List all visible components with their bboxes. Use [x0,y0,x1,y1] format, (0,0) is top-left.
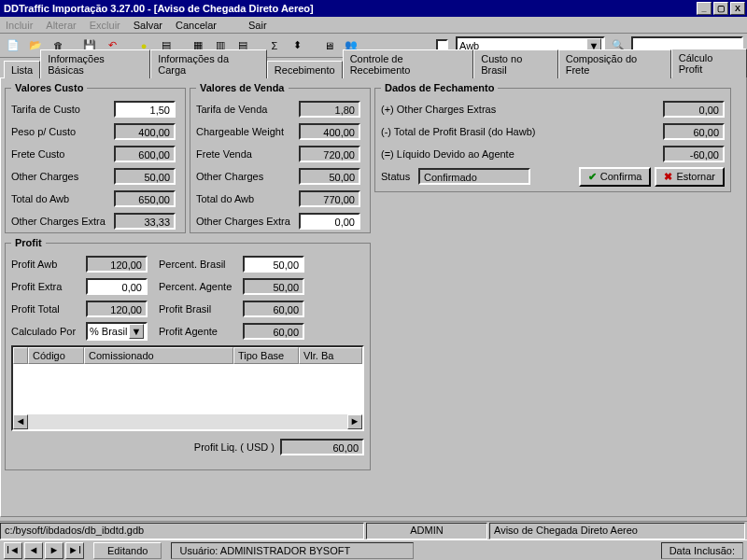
group-profit: Profit Profit Awb120,00 Percent. Brasil5… [5,237,371,470]
menu-sair[interactable]: Sair [248,20,267,31]
val-other-custo: 50,00 [114,168,176,185]
tab-info-carga[interactable]: Informações da Carga [150,49,267,78]
scroll-left-icon[interactable]: ◄ [13,414,28,429]
lbl-fech-3: (=) Líquido Devido ao Agente [381,148,605,160]
val-profit-total: 120,00 [86,301,148,317]
tool-rate-icon[interactable]: ⬍ [288,36,306,55]
lbl-perc-agente: Percent. Agente [159,281,243,292]
lbl-other-custo: Other Charges [11,171,114,182]
col-comissionado[interactable]: Comissionado [84,347,233,364]
menu-salvar[interactable]: Salvar [134,20,162,31]
lbl-profit-liq: Profit Liq. ( USD ) [194,441,275,453]
val-perc-brasil[interactable]: 50,00 [243,256,304,273]
val-other-venda: 50,00 [299,168,360,185]
lbl-profit-total: Profit Total [11,303,86,315]
tab-controle-receb[interactable]: Controle de Recebimento [343,49,474,78]
group-fechamento: Dados de Fechamento (+) Other Charges Ex… [374,82,731,192]
legend-custo: Valores Custo [11,82,87,93]
lbl-perc-brasil: Percent. Brasil [159,259,243,270]
tab-info-basicas[interactable]: Informações Básicas [40,49,150,78]
lbl-peso-custo: Peso p/ Custo [11,126,114,137]
x-icon [664,171,672,183]
window-title: DDTraffic Importação 3.27.00 - [Aviso de… [2,3,695,14]
val-profit-brasil: 60,00 [243,301,304,317]
btn-estornar[interactable]: Estornar [655,167,725,187]
nav-next-icon[interactable]: ► [45,542,63,559]
scroll-right-icon[interactable]: ► [347,414,362,429]
menu-cancelar[interactable]: Cancelar [176,20,217,31]
val-extra-venda[interactable]: 0,00 [299,213,360,230]
val-profit-agente: 60,00 [243,323,304,340]
grid-header: Código Comissionado Tipo Base Vlr. Ba [13,347,362,364]
window-titlebar: DDTraffic Importação 3.27.00 - [Aviso de… [0,0,747,17]
minimize-button[interactable]: _ [697,2,712,15]
lbl-extra-venda: Other Charges Extra [196,216,299,227]
commission-grid[interactable]: Código Comissionado Tipo Base Vlr. Ba ◄ … [11,345,364,431]
val-tarifa-custo[interactable]: 1,50 [114,101,176,118]
val-profit-extra[interactable]: 0,00 [86,278,148,295]
val-perc-agente: 50,00 [243,278,304,295]
legend-venda: Valores de Venda [196,82,289,93]
lbl-other-venda: Other Charges [196,171,299,182]
lbl-profit-agente: Profit Agente [159,326,243,337]
tool-new-icon[interactable]: 📄 [4,36,22,55]
val-peso-custo: 400,00 [114,123,176,140]
lbl-profit-awb: Profit Awb [11,259,86,270]
record-nav-bar: I◄ ◄ ► ►I Editando Usuário: ADMINISTRADO… [0,539,747,560]
group-valores-custo: Valores Custo Tarifa de Custo1,50 Peso p… [5,82,186,233]
lbl-profit-extra: Profit Extra [11,281,86,292]
val-cw-venda: 400,00 [299,123,360,140]
val-extra-custo: 33,33 [114,213,176,230]
menu-incluir: Incluir [6,20,33,31]
menu-bar: Incluir Alterar Excluir Salvar Cancelar … [0,17,747,34]
lbl-cw-venda: Chargeable Weight [196,126,299,137]
tool-screen-icon[interactable]: 🖥 [319,36,338,55]
val-frete-venda: 720,00 [299,146,360,162]
val-profit-awb: 120,00 [86,256,148,273]
lbl-fech-1: (+) Other Charges Extras [381,104,605,115]
lbl-status: Status [381,171,418,182]
val-profit-liq: 60,00 [280,439,364,455]
lbl-frete-venda: Frete Venda [196,148,299,160]
status-bar: c:/bysoft/ibdados/db_ibdtd.gdb ADMIN Avi… [0,521,747,539]
lbl-total-venda: Total do Awb [196,193,299,204]
nav-data-label: Data Inclusão: [661,542,743,559]
lbl-total-custo: Total do Awb [11,193,114,204]
legend-fechamento: Dados de Fechamento [381,82,498,93]
maximize-button[interactable]: ▢ [713,2,728,15]
group-valores-venda: Valores de Venda Tarifa de Venda1,80 Cha… [190,82,371,233]
tab-composicao-frete[interactable]: Composição do Frete [558,49,671,78]
tab-lista[interactable]: Lista [4,61,40,78]
col-codigo[interactable]: Código [28,347,84,364]
tab-custo-brasil[interactable]: Custo no Brasil [473,49,557,78]
val-frete-custo: 600,00 [114,146,176,162]
nav-first-icon[interactable]: I◄ [4,542,22,559]
lbl-fech-2: (-) Total de Profit Brasil (do Hawb) [381,126,605,137]
nav-last-icon[interactable]: ►I [65,542,84,559]
chevron-down-icon[interactable]: ▼ [129,324,144,339]
val-status: Confirmado [418,168,530,185]
lbl-calc-por: Calculado Por [11,326,86,337]
nav-prev-icon[interactable]: ◄ [24,542,43,559]
col-tipo-base[interactable]: Tipo Base [233,347,299,364]
tab-calculo-profit[interactable]: Cálculo Profit [671,49,747,78]
legend-profit: Profit [11,237,46,248]
status-user: ADMIN [366,523,487,539]
tab-recebimento[interactable]: Recebimento [267,61,343,78]
lbl-profit-brasil: Profit Brasil [159,303,243,315]
grid-hscroll[interactable]: ◄ ► [13,414,362,429]
grid-row-selector [13,347,28,364]
lbl-frete-custo: Frete Custo [11,148,114,160]
status-module: Aviso de Chegada Direto Aereo [489,523,745,539]
combo-calc-por[interactable]: % Brasil▼ [86,322,148,341]
close-button[interactable]: X [730,2,745,15]
btn-confirma[interactable]: Confirma [579,167,652,187]
work-area: Valores Custo Tarifa de Custo1,50 Peso p… [0,78,747,517]
tab-strip: Lista Informações Básicas Informações da… [0,58,747,78]
val-fech-1: 0,00 [663,101,725,118]
col-vlr-ba[interactable]: Vlr. Ba [299,347,362,364]
status-dbpath: c:/bysoft/ibdados/db_ibdtd.gdb [0,523,364,539]
val-tarifa-venda: 1,80 [299,101,360,118]
tool-sigma-icon[interactable]: Σ [265,36,284,55]
menu-excluir: Excluir [90,20,120,31]
